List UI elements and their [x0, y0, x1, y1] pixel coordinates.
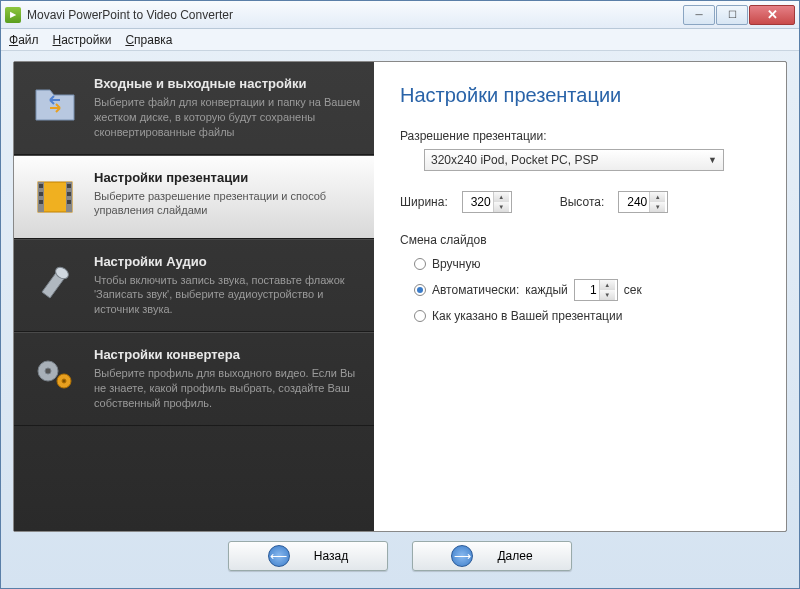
sidebar-item-desc: Выберите файл для конвертации и папку на… — [94, 95, 360, 140]
sidebar-item-converter-settings[interactable]: Настройки конвертера Выберите профиль дл… — [14, 332, 374, 426]
svg-rect-6 — [67, 184, 71, 188]
spin-up-icon[interactable]: ▲ — [600, 280, 615, 290]
width-input[interactable] — [463, 195, 493, 209]
sidebar-item-title: Настройки Аудио — [94, 254, 360, 269]
width-spinner[interactable]: ▲▼ — [462, 191, 512, 213]
sidebar-item-desc: Выберите разрешение презентации и способ… — [94, 189, 360, 219]
sidebar-item-title: Настройки презентации — [94, 170, 360, 185]
spin-down-icon[interactable]: ▼ — [600, 290, 615, 300]
svg-point-11 — [45, 368, 51, 374]
megaphone-icon — [28, 254, 82, 308]
auto-sec-label: сек — [624, 283, 642, 297]
sidebar-item-title: Настройки конвертера — [94, 347, 360, 362]
resolution-value: 320x240 iPod, Pocket PC, PSP — [431, 153, 598, 167]
page-title: Настройки презентации — [400, 84, 760, 107]
radio-asin-row[interactable]: Как указано в Вашей презентации — [414, 309, 760, 323]
height-label: Высота: — [560, 195, 605, 209]
radio-manual[interactable] — [414, 258, 426, 270]
menu-settings[interactable]: Настройки — [53, 33, 112, 47]
resolution-dropdown[interactable]: 320x240 iPod, Pocket PC, PSP ▼ — [424, 149, 724, 171]
sidebar-item-title: Входные и выходные настройки — [94, 76, 360, 91]
titlebar: Movavi PowerPoint to Video Converter ─ ☐… — [1, 1, 799, 29]
film-icon — [28, 170, 82, 224]
app-window: Movavi PowerPoint to Video Converter ─ ☐… — [0, 0, 800, 589]
folder-icon — [28, 76, 82, 130]
spin-down-icon[interactable]: ▼ — [650, 202, 665, 212]
radio-manual-row[interactable]: Вручную — [414, 257, 760, 271]
svg-rect-3 — [39, 184, 43, 188]
menu-file[interactable]: Файл — [9, 33, 39, 47]
sidebar-item-presentation-settings[interactable]: Настройки презентации Выберите разрешени… — [14, 155, 374, 239]
menubar: Файл Настройки Справка — [1, 29, 799, 51]
close-button[interactable]: ✕ — [749, 5, 795, 25]
interval-input[interactable] — [575, 283, 599, 297]
spin-up-icon[interactable]: ▲ — [650, 192, 665, 202]
menu-help[interactable]: Справка — [125, 33, 172, 47]
height-spinner[interactable]: ▲▼ — [618, 191, 668, 213]
height-input[interactable] — [619, 195, 649, 209]
arrow-right-icon: ⟶ — [451, 545, 473, 567]
radio-asin-label: Как указано в Вашей презентации — [432, 309, 622, 323]
back-button[interactable]: ⟵ Назад — [228, 541, 388, 571]
sidebar-item-audio-settings[interactable]: Настройки Аудио Чтобы включить запись зв… — [14, 239, 374, 333]
interval-spinner[interactable]: ▲▼ — [574, 279, 618, 301]
arrow-left-icon: ⟵ — [268, 545, 290, 567]
radio-auto-row[interactable]: Автоматически: каждый ▲▼ сек — [414, 279, 760, 301]
svg-point-13 — [62, 379, 66, 383]
auto-every-label: каждый — [525, 283, 568, 297]
slides-section-label: Смена слайдов — [400, 233, 760, 247]
svg-rect-5 — [39, 200, 43, 204]
minimize-button[interactable]: ─ — [683, 5, 715, 25]
footer-nav: ⟵ Назад ⟶ Далее — [13, 532, 787, 580]
detail-panel: Настройки презентации Разрешение презент… — [374, 62, 786, 531]
window-controls: ─ ☐ ✕ — [683, 5, 795, 25]
content-area: Входные и выходные настройки Выберите фа… — [1, 51, 799, 588]
svg-rect-8 — [67, 200, 71, 204]
sidebar-item-desc: Чтобы включить запись звука, поставьте ф… — [94, 273, 360, 318]
main-panel: Входные и выходные настройки Выберите фа… — [13, 61, 787, 532]
next-label: Далее — [497, 549, 532, 563]
sidebar-item-io-settings[interactable]: Входные и выходные настройки Выберите фа… — [14, 62, 374, 155]
svg-rect-4 — [39, 192, 43, 196]
back-label: Назад — [314, 549, 348, 563]
maximize-button[interactable]: ☐ — [716, 5, 748, 25]
spin-up-icon[interactable]: ▲ — [494, 192, 509, 202]
radio-as-in-presentation[interactable] — [414, 310, 426, 322]
window-title: Movavi PowerPoint to Video Converter — [27, 8, 683, 22]
sidebar-item-desc: Выберите профиль для выходного видео. Ес… — [94, 366, 360, 411]
chevron-down-icon: ▼ — [708, 155, 717, 165]
resolution-label: Разрешение презентации: — [400, 129, 760, 143]
spin-down-icon[interactable]: ▼ — [494, 202, 509, 212]
width-label: Ширина: — [400, 195, 448, 209]
next-button[interactable]: ⟶ Далее — [412, 541, 572, 571]
svg-rect-7 — [67, 192, 71, 196]
radio-manual-label: Вручную — [432, 257, 480, 271]
radio-auto-label: Автоматически: — [432, 283, 519, 297]
gears-icon — [28, 347, 82, 401]
radio-auto[interactable] — [414, 284, 426, 296]
sidebar: Входные и выходные настройки Выберите фа… — [14, 62, 374, 531]
app-icon — [5, 7, 21, 23]
